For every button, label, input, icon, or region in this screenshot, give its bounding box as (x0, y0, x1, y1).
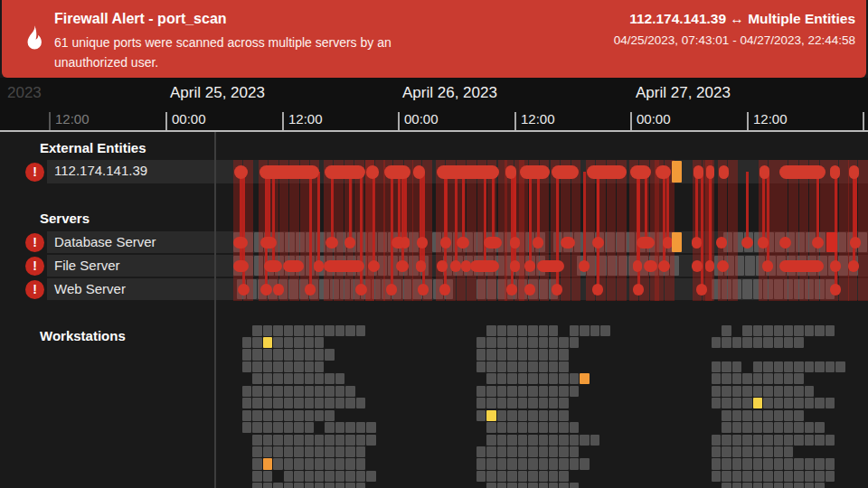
event-dot-file[interactable] (233, 260, 249, 272)
workstation-cell (732, 471, 741, 482)
event-dot-file[interactable] (644, 260, 657, 272)
event-dot-db[interactable] (533, 237, 543, 249)
event-dot-file[interactable] (537, 260, 564, 272)
event-dot-db[interactable] (592, 237, 604, 249)
entity-event-pill[interactable] (366, 165, 379, 179)
entity-event-pill[interactable] (520, 165, 550, 179)
event-dot-web[interactable] (305, 284, 316, 296)
event-dot-file[interactable] (264, 260, 282, 272)
entity-event-pill[interactable] (830, 165, 840, 179)
event-dot-db[interactable] (779, 237, 791, 249)
entity-event-pill[interactable] (706, 165, 714, 179)
event-dot-file[interactable] (314, 260, 324, 272)
event-dot-db[interactable] (850, 237, 861, 249)
event-dot-db[interactable] (417, 237, 428, 249)
event-dot-db[interactable] (484, 237, 502, 249)
entity-event-pill[interactable] (719, 165, 729, 179)
entity-event-pill[interactable] (587, 165, 627, 179)
event-dot-db[interactable] (716, 237, 727, 249)
entity-event-pill[interactable] (630, 165, 651, 179)
event-dot-file[interactable] (396, 260, 409, 272)
event-dot-file[interactable] (510, 260, 520, 272)
event-dot-db[interactable] (233, 237, 248, 249)
event-dot-web[interactable] (386, 284, 397, 296)
event-dot-web[interactable] (439, 284, 450, 296)
entity-event-pill[interactable] (849, 165, 859, 179)
event-dot-file[interactable] (579, 260, 590, 272)
alert-banner[interactable]: Firewall Alert - port_scan 61 unique por… (2, 0, 866, 78)
event-dot-file[interactable] (450, 260, 461, 272)
highlight-bar-entity[interactable] (672, 161, 682, 183)
event-dot-file[interactable] (633, 260, 642, 272)
event-dot-file[interactable] (779, 260, 824, 272)
event-dot-db[interactable] (326, 237, 338, 249)
event-dot-web[interactable] (592, 284, 603, 296)
entity-event-pill[interactable] (505, 165, 516, 179)
event-dot-web[interactable] (260, 284, 272, 296)
entity-event-pill[interactable] (325, 165, 365, 179)
entity-event-pill[interactable] (234, 165, 248, 179)
entity-event-pill[interactable] (259, 165, 319, 179)
workstation-cell (497, 458, 506, 469)
event-dot-file[interactable] (470, 260, 499, 272)
event-dot-web[interactable] (418, 284, 429, 296)
event-dot-db[interactable] (440, 237, 451, 249)
event-dot-db[interactable] (510, 237, 520, 249)
workstation-highlight-cell[interactable] (263, 458, 272, 469)
event-dot-db[interactable] (741, 237, 753, 249)
event-dot-file[interactable] (283, 260, 304, 272)
entity-event-pill[interactable] (413, 165, 425, 179)
event-dot-file[interactable] (437, 260, 448, 272)
workstation-highlight-cell[interactable] (753, 398, 762, 408)
workstation-cell (794, 410, 803, 421)
event-dot-web[interactable] (633, 284, 644, 296)
workstation-cell (273, 458, 282, 469)
event-dot-db[interactable] (457, 237, 469, 249)
workstation-cell (753, 325, 762, 336)
entity-event-pill[interactable] (437, 165, 499, 179)
event-dot-db[interactable] (692, 237, 702, 249)
event-dot-file[interactable] (692, 260, 703, 272)
event-dot-db[interactable] (401, 237, 410, 249)
event-dot-web[interactable] (696, 284, 707, 296)
highlight-bar-db[interactable] (826, 232, 837, 252)
event-dot-file[interactable] (658, 260, 670, 272)
event-dot-file[interactable] (416, 260, 426, 272)
activity-band (586, 160, 595, 301)
event-dot-web[interactable] (830, 284, 841, 296)
workstation-cell (753, 410, 762, 421)
entity-event-pill[interactable] (552, 165, 579, 179)
entity-event-pill[interactable] (779, 165, 826, 179)
entity-event-pill[interactable] (760, 165, 769, 179)
event-dot-db[interactable] (344, 237, 355, 249)
activity-band (820, 160, 829, 301)
entity-event-pill[interactable] (656, 165, 671, 179)
event-dot-db[interactable] (260, 237, 277, 249)
highlight-bar-db[interactable] (672, 232, 682, 252)
event-dot-db[interactable] (561, 237, 575, 249)
event-dot-web[interactable] (552, 284, 562, 296)
event-dot-web[interactable] (238, 284, 250, 296)
workstation-cell (539, 410, 548, 421)
event-dot-db[interactable] (758, 237, 769, 249)
workstation-highlight-cell[interactable] (580, 373, 589, 384)
event-dot-web[interactable] (273, 284, 284, 296)
event-dot-web[interactable] (524, 284, 535, 296)
event-dot-file[interactable] (762, 260, 773, 272)
event-dot-file[interactable] (705, 260, 714, 272)
workstation-cell (497, 483, 506, 488)
event-dot-db[interactable] (637, 237, 655, 249)
entity-event-pill[interactable] (693, 165, 703, 179)
event-dot-file[interactable] (848, 260, 859, 272)
event-dot-file[interactable] (368, 260, 380, 272)
workstation-highlight-cell[interactable] (486, 410, 495, 421)
event-dot-web[interactable] (506, 284, 517, 296)
event-dot-db[interactable] (812, 237, 824, 249)
event-dot-file[interactable] (830, 260, 841, 272)
event-dot-file[interactable] (717, 260, 729, 272)
event-dot-file[interactable] (524, 260, 535, 272)
entity-event-pill[interactable] (384, 165, 410, 179)
event-dot-file[interactable] (324, 260, 364, 272)
event-dot-web[interactable] (355, 284, 367, 296)
workstation-highlight-cell[interactable] (263, 337, 272, 348)
